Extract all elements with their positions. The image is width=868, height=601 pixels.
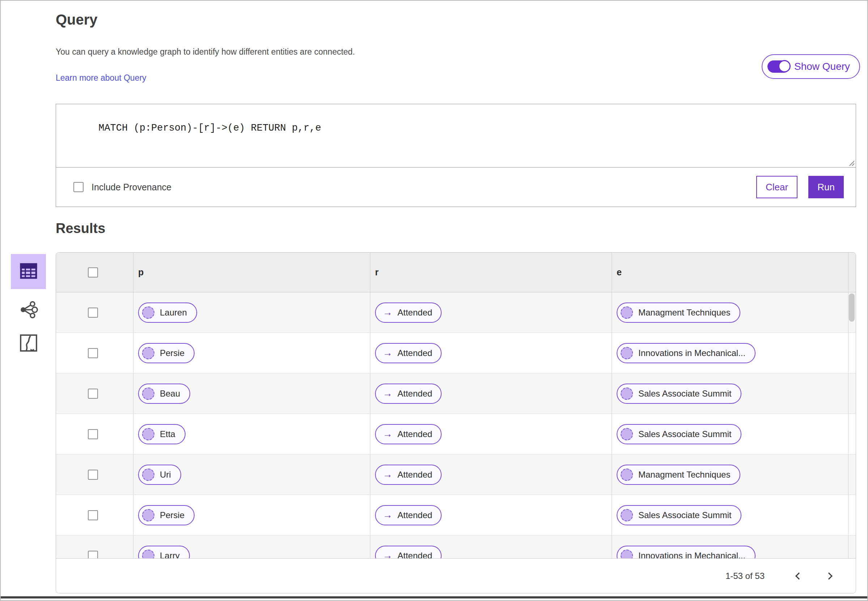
entity-node-icon <box>621 347 633 359</box>
arrow-right-icon: → <box>383 348 393 358</box>
scrollbar-thumb[interactable] <box>849 293 854 322</box>
entity-pill[interactable]: Persie <box>138 505 195 525</box>
row-checkbox-cell <box>56 414 133 454</box>
table-row: Beau → Attended Sales Associate Summit <box>56 374 856 414</box>
pagination-bar: 1-53 of 53 <box>56 558 856 593</box>
r-cell: → Attended <box>370 374 612 413</box>
pagination-range: 1-53 of 53 <box>725 571 764 581</box>
scrollbar-track[interactable] <box>848 535 856 558</box>
row-checkbox[interactable] <box>88 510 98 520</box>
scrollbar-track[interactable] <box>848 455 856 495</box>
relation-label: Attended <box>397 348 432 358</box>
header-checkbox-cell <box>56 253 133 292</box>
entity-pill[interactable]: Innovations in Mechanical... <box>617 546 755 559</box>
relation-pill[interactable]: → Attended <box>375 424 442 444</box>
network-view-button[interactable] <box>19 300 38 320</box>
scrollbar-track[interactable] <box>848 495 856 535</box>
table-header-row: p r e <box>56 253 856 292</box>
relation-pill[interactable]: → Attended <box>375 505 442 525</box>
include-provenance-checkbox[interactable] <box>73 182 84 192</box>
row-checkbox[interactable] <box>88 389 98 399</box>
network-graph-icon <box>19 300 38 320</box>
query-editor-textarea[interactable]: MATCH (p:Person)-[r]->(e) RETURN p,r,e <box>56 104 856 168</box>
previous-page-button[interactable] <box>790 569 805 583</box>
page-title: Query <box>56 12 97 28</box>
scrollbar-track[interactable] <box>848 333 856 373</box>
select-all-checkbox[interactable] <box>88 267 98 278</box>
entity-node-icon <box>142 307 154 319</box>
arrow-right-icon: → <box>383 510 393 520</box>
r-cell: → Attended <box>370 292 612 333</box>
scrollbar-track[interactable] <box>848 374 856 413</box>
entity-pill[interactable]: Beau <box>138 384 190 404</box>
table-row: Persie → Attended Innovations in Mechani… <box>56 333 856 374</box>
table-row: Larry → Attended Innovations in Mechanic… <box>56 535 856 558</box>
entity-pill[interactable]: Sales Associate Summit <box>617 384 742 404</box>
e-cell: Sales Associate Summit <box>612 374 848 413</box>
entity-node-icon <box>621 387 633 400</box>
column-header-r: r <box>370 253 612 292</box>
include-provenance-label: Include Provenance <box>91 182 171 192</box>
show-query-toggle[interactable]: Show Query <box>762 54 860 79</box>
entity-node-icon <box>621 509 633 522</box>
row-checkbox[interactable] <box>88 308 98 318</box>
entity-label: Managment Techniques <box>638 308 730 318</box>
entity-node-icon <box>142 509 154 522</box>
clear-button[interactable]: Clear <box>756 176 798 198</box>
entity-pill[interactable]: Lauren <box>138 302 197 323</box>
column-header-e: e <box>612 253 848 292</box>
resize-handle-icon[interactable] <box>848 160 854 166</box>
e-cell: Innovations in Mechanical... <box>612 333 848 373</box>
row-checkbox[interactable] <box>88 470 98 480</box>
relation-pill[interactable]: → Attended <box>375 384 442 404</box>
entity-pill[interactable]: Innovations in Mechanical... <box>617 343 755 363</box>
entity-label: Larry <box>160 551 180 559</box>
relation-pill[interactable]: → Attended <box>375 465 442 485</box>
entity-node-icon <box>142 387 154 400</box>
relation-label: Attended <box>397 308 432 318</box>
r-cell: → Attended <box>370 455 612 495</box>
row-checkbox-cell <box>56 535 133 558</box>
table-icon <box>20 263 37 280</box>
e-cell: Sales Associate Summit <box>612 414 848 454</box>
table-view-button[interactable] <box>11 254 46 289</box>
relation-pill[interactable]: → Attended <box>375 546 442 559</box>
row-checkbox[interactable] <box>88 551 98 559</box>
row-checkbox-cell <box>56 455 133 495</box>
chevron-left-icon <box>795 572 803 580</box>
map-view-button[interactable] <box>20 334 38 352</box>
p-cell: Lauren <box>133 292 370 333</box>
include-provenance-option[interactable]: Include Provenance <box>73 182 171 192</box>
relation-label: Attended <box>397 429 432 439</box>
scrollbar-track[interactable] <box>848 414 856 454</box>
map-icon <box>20 334 38 353</box>
next-page-button[interactable] <box>822 569 837 583</box>
row-checkbox[interactable] <box>88 348 98 358</box>
toggle-on-icon[interactable] <box>767 60 790 73</box>
entity-node-icon <box>621 550 633 559</box>
show-query-label: Show Query <box>794 61 850 72</box>
entity-label: Uri <box>160 470 171 480</box>
entity-pill[interactable]: Managment Techniques <box>617 302 740 323</box>
row-checkbox[interactable] <box>88 429 98 439</box>
entity-pill[interactable]: Persie <box>138 343 195 363</box>
p-cell: Etta <box>133 414 370 454</box>
r-cell: → Attended <box>370 333 612 373</box>
toggle-knob <box>778 60 790 72</box>
entity-pill[interactable]: Managment Techniques <box>617 465 740 485</box>
arrow-right-icon: → <box>383 389 393 398</box>
e-cell: Innovations in Mechanical... <box>612 535 848 558</box>
entity-pill[interactable]: Sales Associate Summit <box>617 505 742 525</box>
p-cell: Uri <box>133 455 370 495</box>
arrow-right-icon: → <box>383 308 393 317</box>
relation-pill[interactable]: → Attended <box>375 343 442 363</box>
entity-pill[interactable]: Larry <box>138 546 190 559</box>
learn-more-link[interactable]: Learn more about Query <box>56 73 146 83</box>
entity-pill[interactable]: Etta <box>138 424 186 444</box>
run-button[interactable]: Run <box>808 176 844 198</box>
entity-pill[interactable]: Sales Associate Summit <box>617 424 742 444</box>
r-cell: → Attended <box>370 535 612 558</box>
entity-pill[interactable]: Uri <box>138 465 181 485</box>
query-text: MATCH (p:Person)-[r]->(e) RETURN p,r,e <box>98 123 321 134</box>
relation-pill[interactable]: → Attended <box>375 302 442 323</box>
